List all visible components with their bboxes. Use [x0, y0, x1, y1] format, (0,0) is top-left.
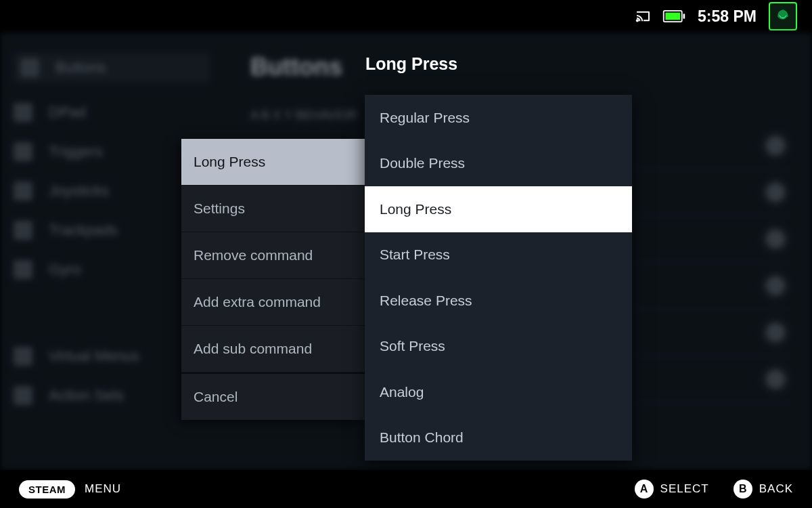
svg-rect-3: [665, 13, 680, 20]
press-type-dropdown: Regular Press Double Press Long Press St…: [365, 95, 632, 461]
select-hint: A SELECT: [635, 480, 709, 499]
dd-release-press[interactable]: Release Press: [365, 278, 632, 324]
ctx-remove-command[interactable]: Remove command: [181, 232, 365, 279]
dropdown-title: Long Press: [365, 54, 457, 74]
dd-double-press[interactable]: Double Press: [365, 141, 632, 187]
steam-button[interactable]: STEAM: [19, 480, 75, 499]
dd-regular-press[interactable]: Regular Press: [365, 95, 632, 141]
svg-rect-2: [683, 14, 685, 18]
footer-bar: STEAM MENU A SELECT B BACK: [0, 470, 812, 508]
dd-soft-press[interactable]: Soft Press: [365, 324, 632, 370]
svg-point-0: [637, 20, 638, 21]
ctx-add-extra-command[interactable]: Add extra command: [181, 279, 365, 326]
dd-long-press[interactable]: Long Press: [365, 186, 632, 232]
cast-icon: [635, 10, 650, 22]
context-menu: Long Press Settings Remove command Add e…: [181, 139, 365, 420]
back-hint: B BACK: [734, 480, 793, 499]
header-bar: 5:58 PM: [0, 0, 812, 33]
ctx-settings[interactable]: Settings: [181, 186, 365, 232]
menu-label: MENU: [85, 482, 121, 496]
avatar[interactable]: [769, 2, 797, 30]
dd-analog[interactable]: Analog: [365, 369, 632, 415]
a-button-icon: A: [635, 480, 654, 499]
dd-button-chord[interactable]: Button Chord: [365, 415, 632, 461]
ctx-long-press[interactable]: Long Press: [181, 139, 365, 186]
dd-start-press[interactable]: Start Press: [365, 232, 632, 278]
battery-full-icon: [662, 10, 685, 22]
b-button-icon: B: [734, 480, 752, 499]
ctx-add-sub-command[interactable]: Add sub command: [181, 326, 365, 373]
ctx-cancel[interactable]: Cancel: [181, 373, 365, 420]
clock: 5:58 PM: [698, 7, 757, 26]
